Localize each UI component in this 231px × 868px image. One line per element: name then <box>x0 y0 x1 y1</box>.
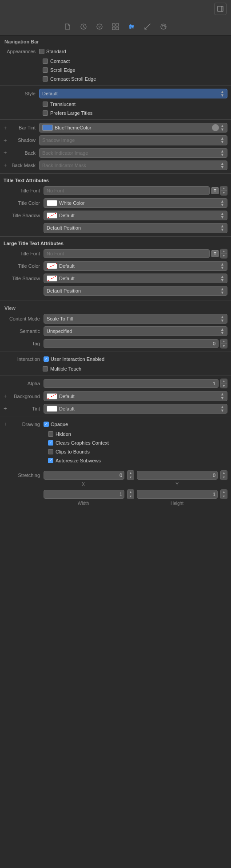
clears-graphics-label: Clears Graphics Context <box>56 440 109 446</box>
background-plus[interactable]: + <box>4 393 10 399</box>
back-mask-plus[interactable]: + <box>4 162 10 168</box>
interaction-content: User Interaction Enabled <box>44 356 227 362</box>
large-title-shadow-swatch <box>47 275 57 282</box>
back-mask-select[interactable]: Back Indicator Mask ▲▼ <box>39 160 227 170</box>
large-title-position-select[interactable]: Default Position ▲▼ <box>44 286 227 296</box>
stretch-w-stepper[interactable]: ▲ ▼ <box>127 489 134 499</box>
tab-help[interactable]: ? <box>95 22 104 31</box>
stretch-w-up[interactable]: ▲ <box>127 490 134 494</box>
scroll-edge-checkbox[interactable] <box>43 67 48 73</box>
drawing-plus[interactable]: + <box>4 421 10 427</box>
alpha-stepper-up[interactable]: ▲ <box>221 379 227 383</box>
tag-stepper-down[interactable]: ▼ <box>221 344 227 348</box>
stretch-h-stepper[interactable]: ▲ ▼ <box>220 489 227 499</box>
translucent-checkbox-row: Translucent <box>0 100 231 109</box>
content-mode-select[interactable]: Scale To Fill ▲▼ <box>44 314 227 324</box>
title-color-select[interactable]: White Color ▲▼ <box>44 198 227 208</box>
background-arrow: ▲▼ <box>220 392 224 399</box>
title-font-stepper[interactable]: ▲ ▼ <box>220 186 227 195</box>
bar-tint-plus[interactable]: + <box>4 125 10 131</box>
prefers-large-titles-checkbox[interactable] <box>43 110 48 116</box>
stretch-xy-labels: X Y <box>0 481 231 488</box>
bar-tint-select[interactable]: BlueThemeColor ▲▼ <box>39 123 227 133</box>
hidden-checkbox[interactable] <box>48 431 53 437</box>
tag-stepper-up[interactable]: ▲ <box>221 339 227 344</box>
bar-tint-circle-btn[interactable] <box>212 124 219 131</box>
translucent-checkbox[interactable] <box>43 102 48 107</box>
compact-scroll-edge-checkbox[interactable] <box>43 76 48 82</box>
clears-graphics-checkbox-row: Clears Graphics Context <box>0 438 231 447</box>
panel-toggle-button[interactable] <box>214 3 227 15</box>
style-row: Style Default ▲▼ <box>0 87 231 100</box>
title-color-swatch <box>47 200 57 206</box>
clips-to-bounds-checkbox[interactable] <box>48 449 53 454</box>
alpha-input[interactable]: 1 <box>44 379 219 388</box>
multiple-touch-checkbox-row: Multiple Touch <box>0 364 231 373</box>
standard-checkbox[interactable] <box>39 49 44 54</box>
stretch-h-input[interactable]: 1 <box>137 490 218 499</box>
tab-connections[interactable] <box>159 22 168 31</box>
tag-content: 0 ▲ ▼ <box>44 339 227 348</box>
large-title-color-select[interactable]: Default ▲▼ <box>44 261 227 271</box>
tag-input[interactable]: 0 <box>44 339 219 348</box>
tag-stepper[interactable]: ▲ ▼ <box>220 339 227 348</box>
compact-checkbox[interactable] <box>43 59 48 64</box>
background-select[interactable]: Default ▲▼ <box>44 391 227 401</box>
stretch-x-input[interactable]: 0 <box>44 471 124 480</box>
large-stepper-up[interactable]: ▲ <box>221 249 227 254</box>
appearances-row: Appearances Standard <box>0 46 231 57</box>
stepper-up[interactable]: ▲ <box>221 186 227 191</box>
stepper-down[interactable]: ▼ <box>221 191 227 195</box>
multiple-touch-checkbox[interactable] <box>43 366 48 371</box>
large-title-shadow-content: Default ▲▼ <box>44 274 227 283</box>
tint-arrow: ▲▼ <box>220 405 224 412</box>
stretch-y-stepper[interactable]: ▲ ▼ <box>220 470 227 480</box>
large-title-font-input[interactable]: No Font <box>44 249 210 258</box>
tab-inspector[interactable] <box>111 22 120 31</box>
title-shadow-select[interactable]: Default ▲▼ <box>44 211 227 220</box>
prefers-large-titles-checkbox-row: Prefers Large Titles <box>0 109 231 117</box>
large-title-shadow-select[interactable]: Default ▲▼ <box>44 274 227 283</box>
tab-history[interactable] <box>79 22 88 31</box>
alpha-stepper[interactable]: ▲ ▼ <box>220 379 227 388</box>
large-title-font-stepper[interactable]: ▲ ▼ <box>220 249 227 258</box>
shadow-plus[interactable]: + <box>4 137 10 144</box>
opaque-checkbox[interactable] <box>44 422 49 427</box>
stretch-y-up[interactable]: ▲ <box>221 471 227 475</box>
stretch-w-down[interactable]: ▼ <box>127 494 134 499</box>
style-select[interactable]: Default ▲▼ <box>39 89 227 98</box>
tint-select[interactable]: Default ▲▼ <box>44 404 227 414</box>
title-font-input[interactable]: No Font <box>44 186 210 195</box>
user-interaction-checkbox[interactable] <box>44 356 49 362</box>
clears-graphics-checkbox[interactable] <box>48 440 53 446</box>
semantic-select[interactable]: Unspecified ▲▼ <box>44 326 227 336</box>
title-font-t-icon[interactable]: T <box>211 187 219 194</box>
tint-plus[interactable]: + <box>4 405 10 412</box>
tab-file[interactable] <box>63 22 72 31</box>
hidden-label: Hidden <box>56 431 71 437</box>
stretch-h-down[interactable]: ▼ <box>221 494 227 499</box>
back-mask-label: Back Mask <box>10 163 39 168</box>
back-content: Back Indicator Image ▲▼ <box>39 148 227 158</box>
title-font-label: Title Font <box>4 188 44 193</box>
large-title-font-t-icon[interactable]: T <box>211 250 219 257</box>
tab-size[interactable] <box>143 22 152 31</box>
stretch-x-down[interactable]: ▼ <box>127 475 134 480</box>
title-font-content: No Font T ▲ ▼ <box>44 186 227 195</box>
stretch-y-input[interactable]: 0 <box>137 471 218 480</box>
shadow-select[interactable]: Shadow Image ▲▼ <box>39 135 227 145</box>
large-stepper-down[interactable]: ▼ <box>221 254 227 258</box>
title-position-select[interactable]: Default Position ▲▼ <box>44 223 227 233</box>
back-select[interactable]: Back Indicator Image ▲▼ <box>39 148 227 158</box>
tab-attributes[interactable] <box>127 22 136 31</box>
stretch-x-up[interactable]: ▲ <box>127 471 134 475</box>
autoresize-checkbox[interactable] <box>48 458 53 463</box>
stretch-y-down[interactable]: ▼ <box>221 475 227 480</box>
svg-rect-7 <box>112 27 115 30</box>
alpha-stepper-down[interactable]: ▼ <box>221 383 227 388</box>
stretch-x-stepper[interactable]: ▲ ▼ <box>127 470 134 480</box>
stretch-h-up[interactable]: ▲ <box>221 490 227 494</box>
stretch-w-input[interactable]: 1 <box>44 490 124 499</box>
back-plus[interactable]: + <box>4 149 10 156</box>
autoresize-label: Autoresize Subviews <box>56 458 101 463</box>
